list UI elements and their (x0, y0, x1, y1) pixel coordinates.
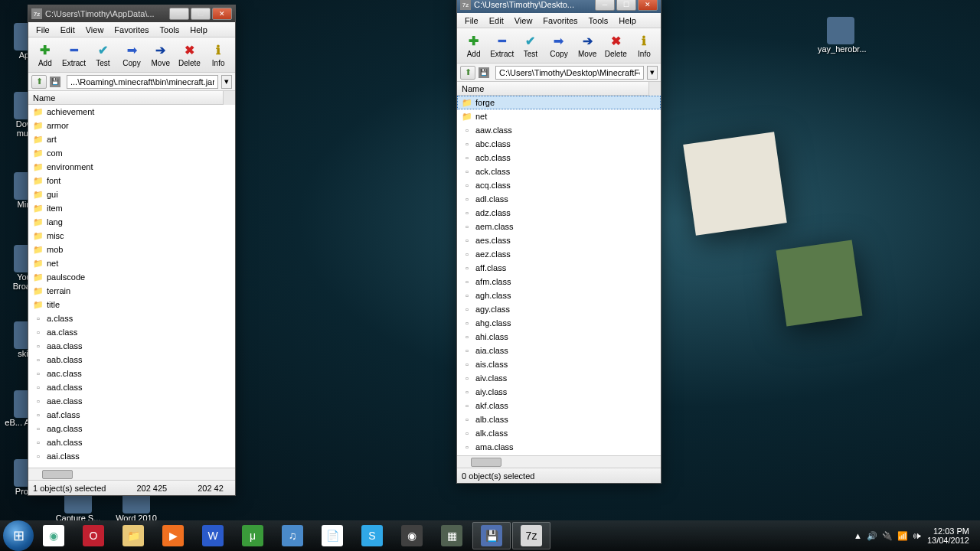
list-item[interactable]: ▫aia.class (457, 344, 661, 357)
delete-button[interactable]: ✖Delete (603, 30, 629, 62)
horizontal-scrollbar[interactable] (28, 468, 235, 480)
list-item[interactable]: ▫alk.class (457, 426, 661, 440)
list-item[interactable]: 📁net (28, 256, 235, 270)
menu-edit[interactable]: Edit (485, 15, 508, 27)
list-item[interactable]: ▫aaf.class (28, 408, 235, 422)
menu-file[interactable]: File (31, 24, 54, 36)
tray-icon[interactable]: 🕪 (913, 531, 921, 541)
list-item[interactable]: 📁net (457, 109, 661, 123)
info-button[interactable]: ℹInfo (204, 39, 232, 71)
start-button[interactable] (3, 520, 34, 551)
menu-file[interactable]: File (460, 15, 483, 27)
taskbar-item-word[interactable]: W (194, 522, 232, 549)
info-button[interactable]: ℹInfo (631, 30, 658, 62)
list-item[interactable]: ▫aes.class (457, 233, 661, 247)
maximize-button[interactable]: ☐ (616, 0, 636, 11)
list-item[interactable]: ▫aiy.class (457, 385, 661, 399)
list-item[interactable]: ▫afm.class (457, 275, 661, 289)
list-item[interactable]: 📁mob (28, 243, 235, 256)
up-button[interactable]: ⬆ (460, 66, 475, 80)
tray-icon[interactable]: 🔌 (882, 531, 893, 541)
list-item[interactable]: ▫a.class (28, 311, 235, 325)
test-button[interactable]: ✔Test (89, 39, 116, 71)
list-item[interactable]: ▫acq.class (457, 178, 661, 192)
list-item[interactable]: ▫aac.class (28, 367, 235, 380)
up-button[interactable]: ⬆ (31, 75, 47, 89)
list-item[interactable]: ▫alb.class (457, 412, 661, 426)
delete-button[interactable]: ✖Delete (176, 39, 204, 71)
list-item[interactable]: 📁misc (28, 229, 235, 243)
list-item[interactable]: ▫aai.class (28, 449, 235, 463)
tray-icon[interactable]: ▲ (854, 531, 862, 541)
tray-icon[interactable]: 🔊 (867, 531, 877, 541)
list-item[interactable]: 📁terrain (28, 284, 235, 298)
list-item[interactable]: 📁art (28, 132, 235, 146)
minimize-button[interactable]: ─ (595, 0, 615, 11)
titlebar[interactable]: 7z C:\Users\Timothy\AppData\... ─ ☐ ✕ (28, 5, 235, 22)
taskbar-item-itunes[interactable]: ♫ (273, 522, 312, 549)
titlebar[interactable]: 7z C:\Users\Timothy\Deskto... ─ ☐ ✕ (457, 0, 661, 13)
file-list[interactable]: 📁forge📁net▫aaw.class▫abc.class▫acb.class… (457, 96, 661, 455)
extract-button[interactable]: ━Extract (488, 30, 515, 62)
maximize-button[interactable]: ☐ (191, 8, 211, 20)
list-item[interactable]: ▫aiv.class (457, 371, 661, 385)
list-item[interactable]: ▫abc.class (457, 137, 661, 151)
menu-help[interactable]: Help (614, 15, 641, 27)
horizontal-scrollbar[interactable] (457, 455, 661, 468)
close-button[interactable]: ✕ (212, 8, 232, 20)
menu-tools[interactable]: Tools (155, 24, 185, 36)
extract-button[interactable]: ━Extract (60, 39, 88, 71)
list-item[interactable]: 📁armor (28, 119, 235, 132)
taskbar-item-task[interactable]: ▦ (433, 522, 471, 549)
clock[interactable]: 12:03 PM 13/04/2012 (927, 527, 969, 545)
list-item[interactable]: ▫aaa.class (28, 339, 235, 353)
path-dropdown[interactable]: ▾ (221, 75, 232, 89)
list-item[interactable]: ▫agy.class (457, 302, 661, 316)
list-item[interactable]: ▫ama.class (457, 440, 661, 454)
list-item[interactable]: 📁forge (457, 96, 661, 109)
list-item[interactable]: 📁item (28, 201, 235, 215)
test-button[interactable]: ✔Test (517, 30, 544, 62)
list-item[interactable]: 📁title (28, 298, 235, 311)
list-item[interactable]: 📁font (28, 174, 235, 187)
add-button[interactable]: ✚Add (460, 30, 487, 62)
list-item[interactable]: ▫adl.class (457, 192, 661, 206)
move-button[interactable]: ➔Move (147, 39, 175, 71)
list-item[interactable]: ▫acb.class (457, 151, 661, 165)
menu-help[interactable]: Help (185, 24, 212, 36)
taskbar-item-7zip[interactable]: 7z (512, 522, 550, 549)
menu-view[interactable]: View (510, 15, 537, 27)
column-name[interactable]: Name (462, 84, 484, 93)
list-item[interactable]: ▫ais.class (457, 357, 661, 371)
taskbar-item-notepad[interactable]: 📄 (313, 522, 351, 549)
list-item[interactable]: ▫aah.class (28, 435, 235, 449)
list-item[interactable]: ▫ack.class (457, 165, 661, 178)
minimize-button[interactable]: ─ (169, 8, 189, 20)
add-button[interactable]: ✚Add (31, 39, 59, 71)
list-item[interactable]: 📁environment (28, 160, 235, 174)
taskbar-item-chrome[interactable]: ◉ (34, 522, 73, 549)
path-dropdown[interactable]: ▾ (647, 66, 658, 80)
menu-favorites[interactable]: Favorites (538, 15, 582, 27)
taskbar-item-opera[interactable]: O (74, 522, 113, 549)
menu-favorites[interactable]: Favorites (109, 24, 153, 36)
list-item[interactable]: ▫aaw.class (457, 123, 661, 137)
list-item[interactable]: ▫agh.class (457, 289, 661, 302)
list-item[interactable]: ▫aa.class (28, 325, 235, 339)
list-item[interactable]: 📁com (28, 146, 235, 160)
list-item[interactable]: ▫aae.class (28, 394, 235, 408)
taskbar-item-skype[interactable]: S (353, 522, 391, 549)
move-button[interactable]: ➔Move (574, 30, 601, 62)
list-item[interactable]: ▫aag.class (28, 422, 235, 435)
list-item[interactable]: ▫adz.class (457, 206, 661, 220)
list-item[interactable]: 📁lang (28, 215, 235, 229)
taskbar-item-save[interactable]: 💾 (472, 522, 511, 549)
copy-button[interactable]: ➟Copy (545, 30, 572, 62)
copy-button[interactable]: ➟Copy (118, 39, 145, 71)
list-item[interactable]: ▫aff.class (457, 261, 661, 275)
list-item[interactable]: ▫ahi.class (457, 330, 661, 344)
taskbar-item-steam[interactable]: ◉ (393, 522, 431, 549)
menu-tools[interactable]: Tools (584, 15, 613, 27)
list-item[interactable]: ▫ahg.class (457, 316, 661, 330)
column-name[interactable]: Name (33, 93, 55, 103)
